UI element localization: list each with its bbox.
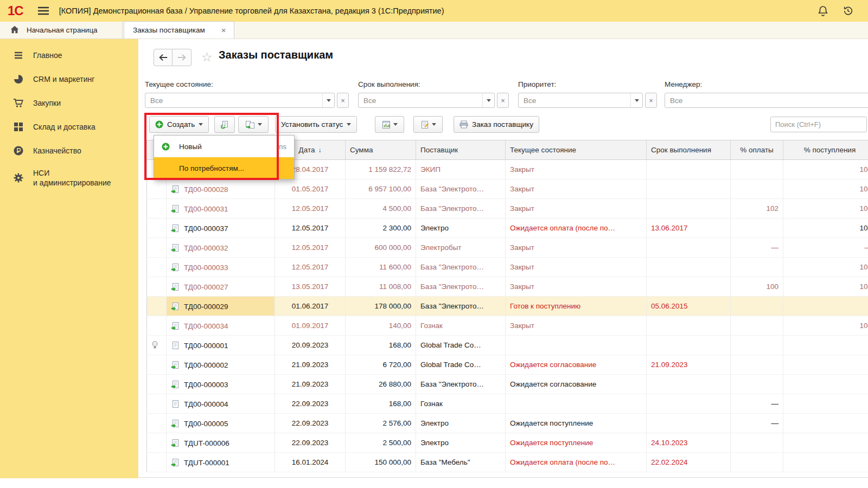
supplier-cell[interactable]: ЭКИП (416, 160, 506, 179)
supplier-cell[interactable]: Электро (416, 414, 506, 433)
supplier-cell[interactable]: База "Электрото… (416, 199, 506, 219)
supplier-cell[interactable]: База "Электрото… (416, 297, 506, 316)
row-marker-cell[interactable] (147, 258, 167, 277)
supplier-cell[interactable]: Global Trade Co… (416, 355, 506, 375)
print-order-button[interactable]: Заказ поставщику (454, 116, 539, 133)
menu-item-new[interactable]: Новый Ins (154, 136, 294, 157)
chevron-down-icon[interactable] (482, 93, 494, 107)
order-number-cell[interactable]: ТДUT-000001 (167, 453, 275, 472)
table-row[interactable]: ТДUT-00000622.09.20232 500,00ЭлектроОжид… (147, 433, 868, 453)
menu-item-by-needs[interactable]: По потребностям... (154, 157, 294, 179)
state-cell[interactable]: Ожидается поступление (506, 414, 647, 433)
pay-percent-cell[interactable] (731, 355, 783, 375)
reports-button[interactable] (375, 116, 404, 133)
receipt-percent-cell[interactable] (783, 375, 868, 394)
pay-percent-cell[interactable] (731, 336, 783, 355)
order-number-cell[interactable]: ТД00-000034 (167, 316, 275, 336)
pay-percent-cell[interactable]: — (731, 414, 783, 433)
order-date-cell[interactable]: 13.05.2017 (275, 277, 346, 297)
order-date-cell[interactable]: 16.01.2024 (275, 453, 346, 472)
col-pay-percent[interactable]: % оплаты (731, 140, 783, 160)
table-row[interactable]: ТД00-00003112.05.20174 500,00База "Элект… (147, 199, 868, 219)
state-cell[interactable]: Закрыт (506, 258, 647, 277)
row-marker-cell[interactable] (147, 414, 167, 433)
close-tab-icon[interactable]: × (221, 26, 226, 34)
order-date-cell[interactable]: 22.09.2023 (275, 394, 346, 414)
col-sum[interactable]: Сумма (346, 140, 416, 160)
due-date-cell[interactable]: 13.06.2017 (647, 219, 731, 238)
sidebar-item-treasury[interactable]: Казначейство (0, 139, 138, 163)
create-button[interactable]: Создать (149, 116, 209, 133)
col-receipt-percent[interactable]: % поступления (783, 140, 868, 160)
due-date-cell[interactable] (647, 316, 731, 336)
order-sum-cell[interactable]: 1 159 822,72 (346, 160, 416, 179)
sidebar-item-nsi-admin[interactable]: НСИ и администрирование (0, 163, 138, 193)
due-date-cell[interactable]: 24.10.2023 (647, 433, 731, 453)
state-cell[interactable]: Ожидается оплата (после по… (506, 453, 647, 472)
due-date-cell[interactable] (647, 414, 731, 433)
state-cell[interactable]: Ожидается оплата (после по… (506, 219, 647, 238)
sidebar-item-warehouse[interactable]: Склад и доставка (0, 115, 138, 139)
order-date-cell[interactable]: 21.09.2023 (275, 375, 346, 394)
col-due[interactable]: Срок выполнения (647, 140, 731, 160)
pay-percent-cell[interactable] (731, 297, 783, 316)
pay-percent-cell[interactable] (731, 179, 783, 199)
state-cell[interactable]: Готов к поступлению (506, 297, 647, 316)
supplier-cell[interactable]: Электробыт (416, 238, 506, 258)
row-marker-cell[interactable] (147, 375, 167, 394)
order-number-cell[interactable]: ТД00-000031 (167, 199, 275, 219)
order-sum-cell[interactable]: 2 300,00 (346, 219, 416, 238)
pay-percent-cell[interactable]: — (731, 394, 783, 414)
supplier-cell[interactable]: Гознак (416, 394, 506, 414)
due-date-cell[interactable] (647, 160, 731, 179)
clear-filter-button[interactable]: × (497, 93, 509, 108)
order-date-cell[interactable]: 12.05.2017 (275, 238, 346, 258)
order-number-cell[interactable]: ТДUT-000006 (167, 433, 275, 453)
pay-percent-cell[interactable] (731, 453, 783, 472)
due-date-cell[interactable] (647, 336, 731, 355)
copy-button[interactable] (214, 116, 235, 133)
receipt-percent-cell[interactable]: 100 (783, 316, 868, 336)
row-marker-cell[interactable] (147, 394, 167, 414)
receipt-percent-cell[interactable]: 100 (783, 277, 868, 297)
receipt-percent-cell[interactable] (783, 433, 868, 453)
state-cell[interactable]: Закрыт (506, 238, 647, 258)
order-date-cell[interactable]: 01.06.2017 (275, 297, 346, 316)
chevron-down-icon[interactable] (322, 93, 334, 107)
table-row[interactable]: ТД00-00002713.05.201711 008,00База "Элек… (147, 277, 868, 297)
current-state-combo[interactable]: Все (145, 93, 335, 108)
order-sum-cell[interactable]: 26 880,00 (346, 375, 416, 394)
order-sum-cell[interactable]: 6 957 100,00 (346, 179, 416, 199)
order-date-cell[interactable]: 12.05.2017 (275, 258, 346, 277)
order-date-cell[interactable]: 01.05.2017 (275, 179, 346, 199)
supplier-cell[interactable]: База "Мебель" (416, 453, 506, 472)
order-sum-cell[interactable]: 178 000,00 (346, 297, 416, 316)
order-sum-cell[interactable]: 11 600,00 (346, 258, 416, 277)
supplier-cell[interactable]: База "Электрото… (416, 258, 506, 277)
row-marker-cell[interactable] (147, 238, 167, 258)
table-row[interactable]: ТД00-00002901.06.2017178 000,00База "Эле… (147, 297, 868, 316)
col-supplier[interactable]: Поставщик (416, 140, 506, 160)
table-row[interactable]: ТД00-00000522.09.20232 576,00ЭлектроОжид… (147, 414, 868, 433)
due-date-cell[interactable] (647, 199, 731, 219)
notifications-bell-icon[interactable] (817, 5, 829, 17)
row-marker-cell[interactable] (147, 277, 167, 297)
order-sum-cell[interactable]: 2 576,00 (346, 414, 416, 433)
due-date-cell[interactable] (647, 179, 731, 199)
receipt-percent-cell[interactable]: 100 (783, 160, 868, 179)
receipt-percent-cell[interactable] (783, 414, 868, 433)
state-cell[interactable] (506, 394, 647, 414)
state-cell[interactable]: Ожидается поступление (506, 433, 647, 453)
pay-percent-cell[interactable] (731, 219, 783, 238)
table-row[interactable]: ТД00-00003401.09.2017140,00ГознакЗакрыт1… (147, 316, 868, 336)
receipt-percent-cell[interactable] (783, 355, 868, 375)
search-input[interactable] (770, 117, 867, 132)
due-date-cell[interactable]: 05.06.2015 (647, 297, 731, 316)
supplier-cell[interactable]: Гознак (416, 316, 506, 336)
history-icon[interactable] (842, 5, 854, 17)
order-date-cell[interactable]: 12.05.2017 (275, 199, 346, 219)
table-row[interactable]: ТДUT-00000116.01.2024150 000,00База "Меб… (147, 453, 868, 472)
table-row[interactable]: ТД00-00003312.05.201711 600,00База "Элек… (147, 258, 868, 277)
due-date-cell[interactable] (647, 277, 731, 297)
order-date-cell[interactable]: 22.09.2023 (275, 414, 346, 433)
